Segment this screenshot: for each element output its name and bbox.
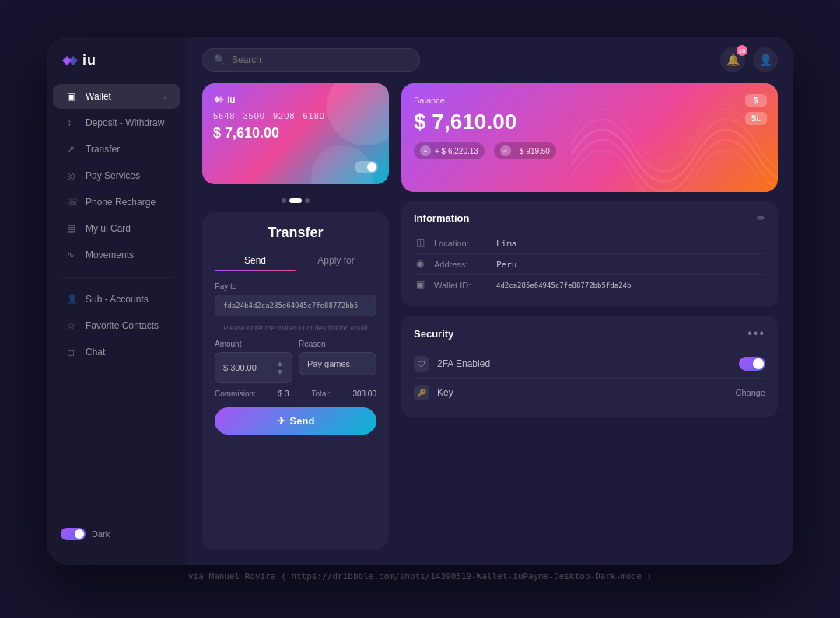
bell-icon: 🔔 (726, 54, 740, 66)
sidebar-nav: ▣ Wallet › ↕ Deposit - Withdraw ↗ Transf… (47, 84, 187, 518)
nav-divider (61, 277, 173, 278)
card-logo-text: iu (227, 94, 236, 105)
pay-to-label: Pay to (215, 282, 376, 291)
sidebar-label-chat: Chat (86, 347, 105, 358)
sidebar-item-wallet[interactable]: ▣ Wallet › (53, 84, 180, 109)
search-input[interactable] (232, 54, 408, 65)
address-icon: ◉ (414, 258, 426, 271)
sidebar-item-phone-recharge[interactable]: ☏ Phone Recharge (53, 190, 180, 215)
reason-value: Pay games (307, 359, 350, 368)
address-hint: Please enter the Wallet ID or destinatio… (215, 324, 376, 332)
total-label: Total: (312, 389, 331, 398)
edit-icon[interactable]: ✏ (757, 212, 765, 224)
sidebar-label-contacts: Favorite Contacts (86, 320, 159, 331)
card-toggle-knob (367, 162, 376, 172)
sidebar-bottom: Dark (47, 518, 187, 550)
profile-button[interactable]: 👤 (753, 47, 778, 72)
commission-label: Commision: (215, 389, 256, 398)
balance-card: $ S/. Balance $ 7,610.00 + + $ 6,220.13 (401, 83, 778, 192)
security-row-2fa: 🛡 2FA Enabled (414, 350, 765, 379)
sidebar-item-sub-accounts[interactable]: 👤 Sub - Accounts (53, 287, 180, 312)
card-numbers: 5648 3500 9208 6180 (213, 111, 378, 120)
sub-accounts-icon: 👤 (67, 294, 78, 305)
card-dots (202, 198, 389, 203)
sidebar-label-card: My ui Card (86, 223, 131, 234)
stat-down-icon: ✓ (500, 145, 511, 156)
card-icon: ▤ (67, 223, 78, 234)
address-value: Peru (496, 260, 517, 270)
card-num-2: 3500 (243, 111, 264, 120)
card-toggle[interactable] (355, 161, 378, 173)
sidebar-item-transfer[interactable]: ↗ Transfer (53, 137, 180, 162)
info-card-header: Information ✏ (414, 212, 765, 224)
card-dot-1 (282, 198, 286, 203)
logo-text: iu (82, 52, 96, 68)
sidebar-item-chat[interactable]: ◻ Chat (53, 340, 180, 365)
send-button[interactable]: ✈ Send (215, 407, 376, 435)
sidebar-label-deposit: Deposit - Withdraw (86, 117, 164, 128)
2fa-label: 2FA Enabled (437, 358, 731, 369)
amount-col: Amount $ 300.00 ▲▼ (215, 340, 292, 383)
content-area: iu 5648 3500 9208 6180 $ 7,610.00 (187, 83, 793, 565)
header-icons: 🔔 10 👤 (720, 47, 778, 72)
location-value: Lima (496, 239, 517, 249)
tab-send[interactable]: Send (215, 250, 296, 271)
information-card: Information ✏ ◫ Location: Lima ◉ Address… (401, 201, 778, 306)
header: 🔍 🔔 10 👤 (187, 37, 793, 83)
sidebar-item-movements[interactable]: ∿ Movements (53, 243, 180, 267)
app-wrapper: iu ▣ Wallet › ↕ Deposit - Withdraw (0, 0, 840, 618)
right-panel: $ S/. Balance $ 7,610.00 + + $ 6,220.13 (401, 83, 778, 550)
movements-icon: ∿ (67, 250, 78, 260)
sidebar-label-sub-accounts: Sub - Accounts (86, 294, 149, 305)
commission-row: Commision: $ 3 Total: 303.00 (215, 389, 376, 398)
currency-sol-button[interactable]: S/. (745, 112, 767, 125)
sidebar-item-pay-services[interactable]: ◎ Pay Services (53, 163, 180, 188)
sidebar-item-deposit[interactable]: ↕ Deposit - Withdraw (53, 110, 180, 135)
send-icon: ✈ (277, 415, 285, 427)
contacts-icon: ☆ (67, 320, 78, 331)
notification-button[interactable]: 🔔 10 (720, 47, 745, 72)
card-logo-area: iu (213, 94, 378, 105)
card-preview: iu 5648 3500 9208 6180 $ 7,610.00 (202, 83, 389, 184)
security-row-key: 🔑 Key Change (414, 379, 765, 407)
currency-usd-button[interactable]: $ (745, 94, 767, 107)
main-content: 🔍 🔔 10 👤 (187, 37, 793, 565)
location-key: Location: (434, 239, 488, 248)
change-key-button[interactable]: Change (735, 388, 765, 397)
app-container: iu ▣ Wallet › ↕ Deposit - Withdraw (47, 37, 793, 565)
address-key: Address: (434, 260, 488, 269)
wallet-id-icon: ▣ (414, 279, 426, 292)
sidebar-item-my-card[interactable]: ▤ My ui Card (53, 216, 180, 241)
reason-col: Reason Pay games (299, 340, 376, 383)
pay-to-input[interactable] (215, 295, 376, 316)
stat-income-value: + $ 6,220.13 (435, 147, 478, 155)
info-row-wallet: ▣ Wallet ID: 4d2ca285e64945c7fe88772bb5f… (414, 275, 765, 295)
info-row-location: ◫ Location: Lima (414, 233, 765, 254)
search-bar[interactable]: 🔍 (202, 48, 420, 72)
tab-apply-for[interactable]: Apply for (296, 250, 376, 271)
sidebar-label-transfer: Transfer (86, 144, 120, 155)
security-title: Security (414, 328, 453, 340)
reason-label: Reason (299, 340, 376, 348)
info-row-address: ◉ Address: Peru (414, 254, 765, 275)
chat-icon: ◻ (67, 347, 78, 358)
deposit-icon: ↕ (67, 117, 78, 128)
device-frame: iu ▣ Wallet › ↕ Deposit - Withdraw (47, 37, 793, 565)
dots-menu-icon[interactable]: ••• (747, 326, 765, 340)
transfer-section: iu 5648 3500 9208 6180 $ 7,610.00 (202, 83, 389, 550)
sidebar-label-wallet: Wallet (86, 91, 111, 102)
reason-input[interactable]: Pay games (299, 352, 376, 375)
2fa-toggle[interactable] (739, 357, 765, 371)
transfer-form: Transfer Send Apply for Pay to Please en… (202, 212, 389, 550)
sidebar-label-phone: Phone Recharge (86, 197, 156, 208)
stepper-icon[interactable]: ▲▼ (276, 359, 284, 376)
sidebar-item-contacts[interactable]: ☆ Favorite Contacts (53, 313, 180, 338)
toggle-knob (75, 529, 84, 539)
balance-stat-expense: ✓ - $ 919.50 (494, 142, 556, 159)
toggle-switch[interactable] (61, 528, 86, 540)
sidebar-logo: iu (47, 52, 187, 84)
dark-mode-toggle[interactable]: Dark (61, 528, 173, 540)
wallet-id-key: Wallet ID: (434, 281, 488, 290)
transfer-tabs: Send Apply for (215, 250, 376, 271)
wallet-id-value: 4d2ca285e64945c7fe88772bb5fda24b (496, 281, 631, 289)
